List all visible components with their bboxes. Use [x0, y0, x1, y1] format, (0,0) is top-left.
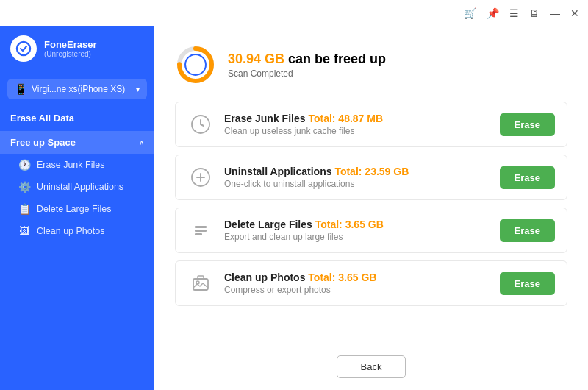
- title-bar: 🛒 📌 ☰ 🖥 — ✕: [0, 0, 588, 26]
- monitor-icon[interactable]: 🖥: [529, 7, 539, 19]
- apps-title: Uninstall Applications: [224, 166, 334, 177]
- footer: Back: [175, 345, 567, 378]
- close-icon[interactable]: ✕: [570, 7, 579, 19]
- feature-row-large: Delete Large Files Total: 3.65 GB Export…: [175, 208, 567, 253]
- feature-row-apps: Uninstall Applications Total: 23.59 GB O…: [175, 155, 567, 200]
- svg-rect-9: [195, 230, 207, 232]
- junk-icon: [187, 111, 214, 138]
- photos-total: Total: 3.65 GB: [308, 272, 376, 283]
- junk-total: Total: 48.87 MB: [308, 113, 383, 124]
- donut-chart: [175, 44, 216, 85]
- pin-icon[interactable]: 📌: [487, 7, 499, 19]
- scan-status: Scan Completed: [228, 68, 386, 79]
- erase-all-data-label[interactable]: Erase All Data: [0, 107, 154, 127]
- svg-rect-11: [193, 279, 208, 290]
- sidebar-item-erase-junk[interactable]: 🕐 Erase Junk Files: [0, 154, 154, 176]
- free-up-space-header[interactable]: Free up Space ∧: [0, 131, 154, 154]
- sidebar-item-delete-large[interactable]: 📋 Delete Large Files: [0, 198, 154, 220]
- menu-icon[interactable]: ☰: [509, 7, 519, 19]
- minimize-icon[interactable]: —: [550, 7, 560, 19]
- large-desc: Export and clean up large files: [224, 232, 490, 242]
- chevron-down-icon: ▾: [136, 85, 140, 93]
- summary-text: 30.94 GB can be freed up Scan Completed: [228, 52, 386, 79]
- svg-rect-10: [195, 233, 202, 235]
- erase-large-button[interactable]: Erase: [500, 219, 555, 242]
- back-button[interactable]: Back: [337, 355, 406, 378]
- junk-desc: Clean up useless junk cache files: [224, 126, 490, 136]
- cleanup-photos-label: Clean up Photos: [37, 226, 104, 236]
- free-space-amount: 30.94 GB can be freed up: [228, 52, 386, 67]
- title-bar-icons: 🛒 📌 ☰ 🖥 — ✕: [464, 7, 579, 19]
- settings-icon: ⚙️: [18, 181, 31, 193]
- large-files-icon: [187, 217, 214, 244]
- erase-apps-button[interactable]: Erase: [500, 166, 555, 189]
- svg-rect-8: [195, 226, 207, 228]
- clock-icon: 🕐: [18, 159, 31, 171]
- feature-row-junk: Erase Junk Files Total: 48.87 MB Clean u…: [175, 102, 567, 147]
- photos-icon: [187, 270, 214, 297]
- main-content: 30.94 GB can be freed up Scan Completed …: [154, 26, 588, 390]
- delete-large-label: Delete Large Files: [37, 204, 111, 214]
- apps-icon: [187, 164, 214, 191]
- free-up-space-section: Free up Space ∧ 🕐 Erase Junk Files ⚙️ Un…: [0, 131, 154, 242]
- app-subtitle: (Unregistered): [44, 50, 97, 58]
- apps-total: Total: 23.59 GB: [334, 166, 409, 177]
- device-name: Virgi...ne xs(iPhone XS): [32, 84, 132, 94]
- svg-point-0: [17, 42, 30, 55]
- app-body: FoneEraser (Unregistered) 📱 Virgi...ne x…: [0, 26, 588, 390]
- junk-title: Erase Junk Files: [224, 113, 308, 124]
- device-selector[interactable]: 📱 Virgi...ne xs(iPhone XS) ▾: [7, 79, 147, 99]
- apps-desc: One-click to uninstall applications: [224, 179, 490, 189]
- photos-desc: Compress or export photos: [224, 285, 490, 295]
- app-logo: [10, 35, 37, 62]
- app-name: FoneEraser: [44, 39, 97, 51]
- sidebar-header: FoneEraser (Unregistered): [0, 26, 154, 71]
- sidebar-item-uninstall-apps[interactable]: ⚙️ Uninstall Applications: [0, 176, 154, 198]
- feature-list: Erase Junk Files Total: 48.87 MB Clean u…: [175, 102, 567, 345]
- cart-icon[interactable]: 🛒: [464, 7, 476, 19]
- feature-row-photos: Clean up Photos Total: 3.65 GB Compress …: [175, 260, 567, 306]
- photos-title: Clean up Photos: [224, 272, 308, 283]
- uninstall-apps-label: Uninstall Applications: [37, 182, 123, 192]
- photos-info: Clean up Photos Total: 3.65 GB Compress …: [224, 272, 490, 295]
- list-icon: 📋: [18, 203, 31, 215]
- apps-info: Uninstall Applications Total: 23.59 GB O…: [224, 166, 490, 189]
- section-chevron-icon: ∧: [139, 138, 144, 146]
- large-title: Delete Large Files: [224, 219, 315, 230]
- erase-photos-button[interactable]: Erase: [500, 272, 555, 295]
- svg-rect-13: [198, 276, 204, 280]
- erase-junk-label: Erase Junk Files: [37, 160, 104, 170]
- free-up-space-label: Free up Space: [10, 137, 76, 148]
- image-icon: 🖼: [18, 225, 31, 237]
- phone-icon: 📱: [15, 83, 27, 95]
- summary-section: 30.94 GB can be freed up Scan Completed: [175, 44, 567, 85]
- sidebar-item-cleanup-photos[interactable]: 🖼 Clean up Photos: [0, 220, 154, 242]
- junk-info: Erase Junk Files Total: 48.87 MB Clean u…: [224, 113, 490, 136]
- svg-point-3: [185, 54, 206, 75]
- erase-junk-button[interactable]: Erase: [500, 113, 555, 136]
- large-total: Total: 3.65 GB: [315, 219, 384, 230]
- sidebar: FoneEraser (Unregistered) 📱 Virgi...ne x…: [0, 26, 154, 390]
- large-info: Delete Large Files Total: 3.65 GB Export…: [224, 219, 490, 242]
